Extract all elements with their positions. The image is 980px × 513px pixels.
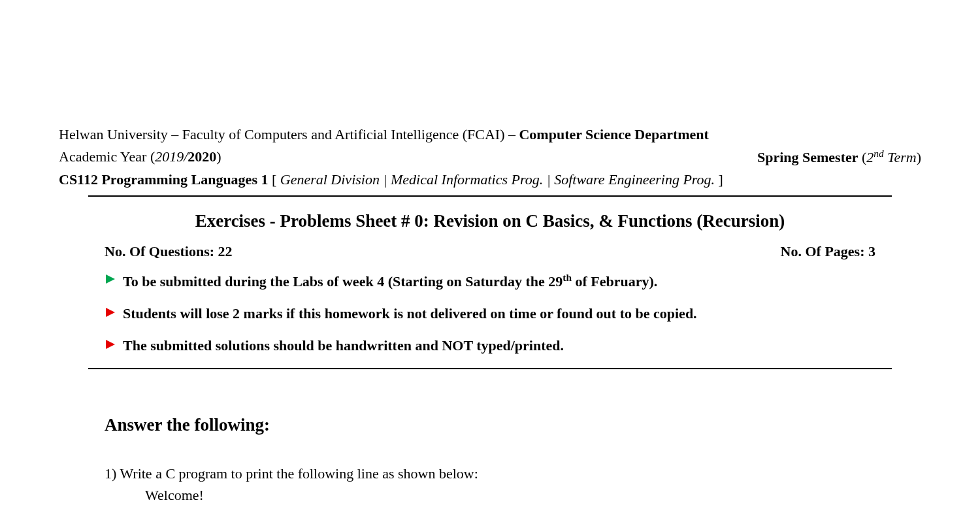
term-close: ) [917,149,921,165]
pages-count: No. Of Pages: 3 [781,243,875,260]
questions-count: No. Of Questions: 22 [105,243,233,260]
notice-bullets: To be submitted during the Labs of week … [105,271,875,356]
academic-year-start: 2019/ [155,148,188,165]
divider-bottom [88,368,892,369]
academic-year-end: 2020 [188,148,216,165]
bullet-item: The submitted solutions should be handwr… [105,336,875,356]
divisions-open: [ [268,171,280,188]
bullet-text: The submitted solutions should be handwr… [123,336,564,356]
bullet-text: To be submitted during the Labs of week … [123,271,657,292]
academic-year: Academic Year (2019/2020) [59,146,221,168]
bullet-item: To be submitted during the Labs of week … [105,271,875,292]
header-line-2: Academic Year (2019/2020) Spring Semeste… [59,146,921,168]
department-name: Computer Science Department [519,126,708,142]
svg-marker-2 [106,340,115,349]
question-text: Write a C program to print the following… [120,465,478,482]
svg-marker-0 [106,274,115,284]
separator: – [168,126,182,142]
answer-heading: Answer the following: [105,415,921,435]
header-line-1: Helwan University – Faculty of Computers… [59,124,921,145]
triangle-right-icon [105,273,116,285]
divisions-list: General Division | Medical Informatics P… [280,171,715,188]
university-name: Helwan University [59,126,168,142]
svg-marker-1 [106,308,115,317]
faculty-name: Faculty of Computers and Artificial Inte… [182,126,505,142]
bullet-text: Students will lose 2 marks if this homew… [123,304,697,324]
separator: – [504,126,519,142]
semester: Spring Semester (2nd Term) [757,146,921,168]
divider-top [88,195,892,197]
question-number: 1) [105,465,120,482]
semester-label: Spring Semester [757,149,858,165]
triangle-right-icon [105,339,116,350]
term-open: ( [858,149,867,165]
bullet-item: Students will lose 2 marks if this homew… [105,304,875,324]
question-output-line: Welcome! [145,484,921,506]
sheet-title: Exercises - Problems Sheet # 0: Revision… [59,211,921,231]
triangle-right-icon [105,306,116,318]
divisions-close: ] [715,171,723,188]
header-line-3: CS112 Programming Languages 1 [ General … [59,169,921,190]
question-1: 1) Write a C program to print the follow… [105,463,921,506]
sheet-info-row: No. Of Questions: 22 No. Of Pages: 3 [105,243,875,271]
course-code: CS112 Programming Languages 1 [59,171,268,188]
academic-year-label: Academic Year ( [59,148,155,165]
term-number: 2nd Term [866,149,916,165]
document-header: Helwan University – Faculty of Computers… [59,124,921,190]
academic-year-close: ) [216,148,221,165]
